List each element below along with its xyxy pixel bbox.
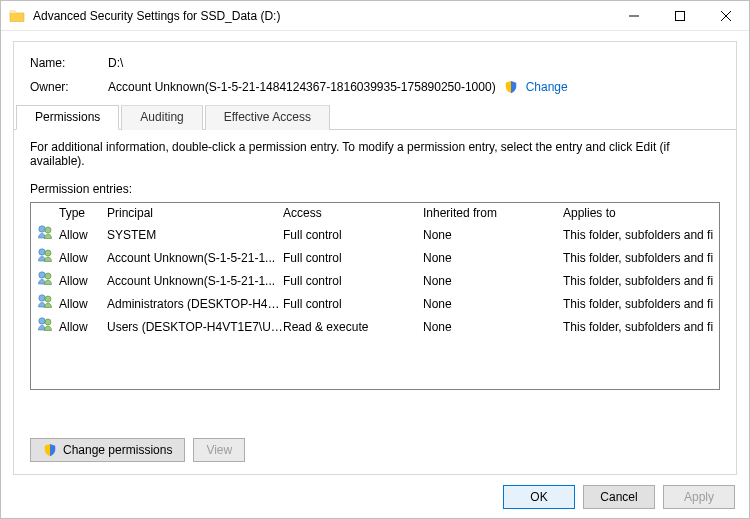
name-value: D:\ <box>108 56 123 70</box>
window-title: Advanced Security Settings for SSD_Data … <box>33 9 280 23</box>
tab-label: Effective Access <box>224 110 311 124</box>
dialog-footer: OK Cancel Apply <box>1 475 749 518</box>
cell-access: Full control <box>283 226 423 244</box>
name-label: Name: <box>30 56 108 70</box>
cell-type: Allow <box>59 318 107 336</box>
permissions-table: Type Principal Access Inherited from App… <box>30 202 720 390</box>
change-owner-link[interactable]: Change <box>526 80 568 94</box>
tab-permissions[interactable]: Permissions <box>16 105 119 130</box>
instruction-text: For additional information, double-click… <box>30 140 720 168</box>
change-permissions-button[interactable]: Change permissions <box>30 438 185 462</box>
cell-inherited: None <box>423 272 563 290</box>
cell-principal: Account Unknown(S-1-5-21-1... <box>107 249 283 267</box>
panel-buttons: Change permissions View <box>30 438 245 462</box>
button-label: OK <box>530 490 547 504</box>
table-row[interactable]: AllowAccount Unknown(S-1-5-21-1...Full c… <box>31 246 719 269</box>
svg-point-8 <box>45 296 51 302</box>
principal-icon <box>37 270 59 291</box>
tab-effective-access[interactable]: Effective Access <box>205 105 330 130</box>
cell-inherited: None <box>423 318 563 336</box>
table-row[interactable]: AllowSYSTEMFull controlNoneThis folder, … <box>31 223 719 246</box>
svg-point-1 <box>39 226 45 232</box>
minimize-button[interactable] <box>611 1 657 31</box>
cell-applies: This folder, subfolders and files <box>563 226 713 244</box>
cell-applies: This folder, subfolders and files <box>563 249 713 267</box>
principal-icon <box>37 293 59 314</box>
main-panel: Name: D:\ Owner: Account Unknown(S-1-5-2… <box>13 41 737 475</box>
entries-label: Permission entries: <box>30 182 720 196</box>
shield-icon <box>43 443 57 457</box>
svg-point-9 <box>39 318 45 324</box>
col-access[interactable]: Access <box>283 206 423 220</box>
cancel-button[interactable]: Cancel <box>583 485 655 509</box>
cell-type: Allow <box>59 249 107 267</box>
cell-applies: This folder, subfolders and files <box>563 272 713 290</box>
apply-button: Apply <box>663 485 735 509</box>
close-button[interactable] <box>703 1 749 31</box>
col-inherited[interactable]: Inherited from <box>423 206 563 220</box>
table-row[interactable]: AllowAdministrators (DESKTOP-H4V...Full … <box>31 292 719 315</box>
cell-applies: This folder, subfolders and files <box>563 295 713 313</box>
cell-type: Allow <box>59 272 107 290</box>
cell-inherited: None <box>423 295 563 313</box>
button-label: Cancel <box>600 490 637 504</box>
cell-principal: Users (DESKTOP-H4VT1E7\Use... <box>107 318 283 336</box>
cell-principal: Administrators (DESKTOP-H4V... <box>107 295 283 313</box>
tab-auditing[interactable]: Auditing <box>121 105 202 130</box>
view-button: View <box>193 438 245 462</box>
ok-button[interactable]: OK <box>503 485 575 509</box>
col-type[interactable]: Type <box>59 206 107 220</box>
svg-point-3 <box>39 249 45 255</box>
button-label: Change permissions <box>63 443 172 457</box>
svg-point-5 <box>39 272 45 278</box>
cell-type: Allow <box>59 295 107 313</box>
principal-icon <box>37 247 59 268</box>
tab-label: Auditing <box>140 110 183 124</box>
shield-icon <box>504 80 518 94</box>
col-principal[interactable]: Principal <box>107 206 283 220</box>
svg-point-4 <box>45 250 51 256</box>
svg-point-6 <box>45 273 51 279</box>
title-bar: Advanced Security Settings for SSD_Data … <box>1 1 749 31</box>
cell-access: Full control <box>283 249 423 267</box>
cell-principal: Account Unknown(S-1-5-21-1... <box>107 272 283 290</box>
name-row: Name: D:\ <box>30 56 720 70</box>
table-row[interactable]: AllowAccount Unknown(S-1-5-21-1...Full c… <box>31 269 719 292</box>
table-header: Type Principal Access Inherited from App… <box>31 203 719 223</box>
principal-icon <box>37 224 59 245</box>
maximize-button[interactable] <box>657 1 703 31</box>
cell-applies: This folder, subfolders and files <box>563 318 713 336</box>
svg-point-10 <box>45 319 51 325</box>
tab-strip: Permissions Auditing Effective Access <box>14 104 736 130</box>
folder-icon <box>9 8 25 24</box>
col-applies[interactable]: Applies to <box>563 206 713 220</box>
cell-inherited: None <box>423 249 563 267</box>
cell-type: Allow <box>59 226 107 244</box>
cell-access: Read & execute <box>283 318 423 336</box>
svg-point-7 <box>39 295 45 301</box>
cell-access: Full control <box>283 272 423 290</box>
cell-inherited: None <box>423 226 563 244</box>
table-row[interactable]: AllowUsers (DESKTOP-H4VT1E7\Use...Read &… <box>31 315 719 338</box>
svg-rect-0 <box>676 11 685 20</box>
principal-icon <box>37 316 59 337</box>
owner-row: Owner: Account Unknown(S-1-5-21-14841243… <box>30 80 720 94</box>
owner-value: Account Unknown(S-1-5-21-1484124367-1816… <box>108 80 496 94</box>
cell-access: Full control <box>283 295 423 313</box>
cell-principal: SYSTEM <box>107 226 283 244</box>
button-label: Apply <box>684 490 714 504</box>
button-label: View <box>206 443 232 457</box>
svg-point-2 <box>45 227 51 233</box>
tab-label: Permissions <box>35 110 100 124</box>
owner-label: Owner: <box>30 80 108 94</box>
